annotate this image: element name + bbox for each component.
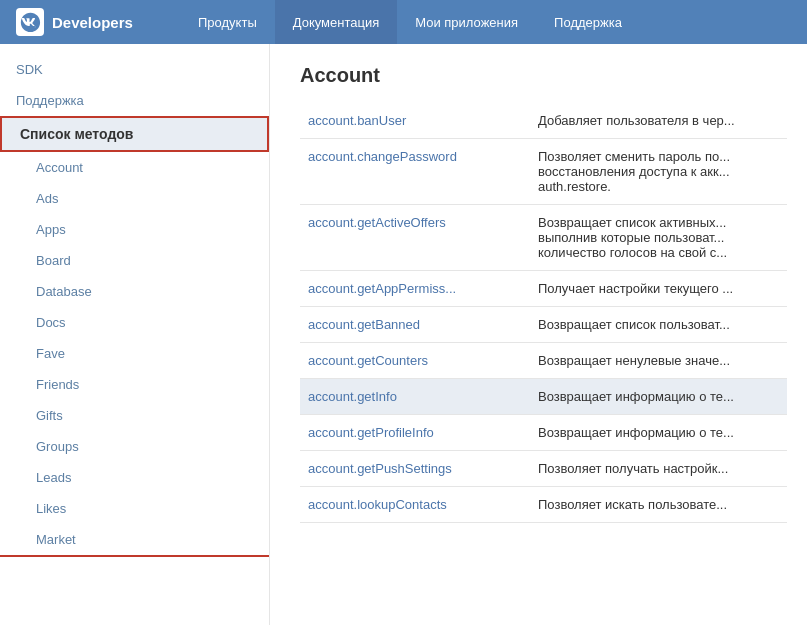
api-method-desc: Возвращает ненулевые значе...	[530, 343, 787, 379]
api-method-desc: Получает настройки текущего ...	[530, 271, 787, 307]
api-method-link[interactable]: account.getAppPermiss...	[300, 271, 530, 307]
sidebar: SDK Поддержка Список методов Account Ads…	[0, 44, 270, 625]
sidebar-item-friends[interactable]: Friends	[0, 369, 269, 400]
vk-logo-icon	[16, 8, 44, 36]
api-method-desc: Возвращает информацию о те...	[530, 379, 787, 415]
table-row: account.getAppPermiss... Получает настро…	[300, 271, 787, 307]
sidebar-item-sdk[interactable]: SDK	[0, 54, 269, 85]
sidebar-item-gifts[interactable]: Gifts	[0, 400, 269, 431]
sidebar-item-support[interactable]: Поддержка	[0, 85, 269, 116]
api-method-link[interactable]: account.getActiveOffers	[300, 205, 530, 271]
logo-text: Developers	[52, 14, 133, 31]
sidebar-item-database[interactable]: Database	[0, 276, 269, 307]
sidebar-item-fave[interactable]: Fave	[0, 338, 269, 369]
api-method-link[interactable]: account.getProfileInfo	[300, 415, 530, 451]
table-row: account.getActiveOffers Возвращает списо…	[300, 205, 787, 271]
api-method-desc: Возвращает список активных... выполнив к…	[530, 205, 787, 271]
sidebar-item-likes[interactable]: Likes	[0, 493, 269, 524]
sidebar-item-ads[interactable]: Ads	[0, 183, 269, 214]
page-title: Account	[300, 64, 787, 87]
sidebar-item-methods[interactable]: Список методов	[0, 116, 269, 152]
logo[interactable]: Developers	[0, 8, 180, 36]
api-method-link[interactable]: account.getCounters	[300, 343, 530, 379]
api-method-link[interactable]: account.banUser	[300, 103, 530, 139]
table-row: account.getCounters Возвращает ненулевые…	[300, 343, 787, 379]
api-method-link[interactable]: account.getBanned	[300, 307, 530, 343]
sidebar-item-board[interactable]: Board	[0, 245, 269, 276]
main-nav: Продукты Документация Мои приложения Под…	[180, 0, 807, 44]
api-methods-table: account.banUser Добавляет пользователя в…	[300, 103, 787, 523]
api-method-link[interactable]: account.getInfo	[300, 379, 530, 415]
table-row: account.getProfileInfo Возвращает информ…	[300, 415, 787, 451]
table-row: account.getInfo Возвращает информацию о …	[300, 379, 787, 415]
sidebar-item-docs[interactable]: Docs	[0, 307, 269, 338]
api-method-link[interactable]: account.changePassword	[300, 139, 530, 205]
api-method-desc: Добавляет пользователя в чер...	[530, 103, 787, 139]
api-method-desc: Возвращает список пользоват...	[530, 307, 787, 343]
table-row: account.changePassword Позволяет сменить…	[300, 139, 787, 205]
sidebar-item-leads[interactable]: Leads	[0, 462, 269, 493]
api-method-desc: Возвращает информацию о те...	[530, 415, 787, 451]
table-row: account.getBanned Возвращает список поль…	[300, 307, 787, 343]
nav-docs[interactable]: Документация	[275, 0, 398, 44]
table-row: account.lookupContacts Позволяет искать …	[300, 487, 787, 523]
sidebar-item-groups[interactable]: Groups	[0, 431, 269, 462]
layout: SDK Поддержка Список методов Account Ads…	[0, 44, 807, 625]
sidebar-item-account[interactable]: Account	[0, 152, 269, 183]
header: Developers Продукты Документация Мои при…	[0, 0, 807, 44]
nav-apps[interactable]: Мои приложения	[397, 0, 536, 44]
table-row: account.getPushSettings Позволяет получа…	[300, 451, 787, 487]
api-method-desc: Позволяет искать пользовате...	[530, 487, 787, 523]
sidebar-item-market[interactable]: Market	[0, 524, 269, 557]
api-method-desc: Позволяет сменить пароль по... восстанов…	[530, 139, 787, 205]
main-content: Account account.banUser Добавляет пользо…	[270, 44, 807, 625]
api-method-link[interactable]: account.getPushSettings	[300, 451, 530, 487]
api-method-link[interactable]: account.lookupContacts	[300, 487, 530, 523]
table-row: account.banUser Добавляет пользователя в…	[300, 103, 787, 139]
api-method-desc: Позволяет получать настройк...	[530, 451, 787, 487]
sidebar-item-apps[interactable]: Apps	[0, 214, 269, 245]
nav-support[interactable]: Поддержка	[536, 0, 640, 44]
nav-products[interactable]: Продукты	[180, 0, 275, 44]
